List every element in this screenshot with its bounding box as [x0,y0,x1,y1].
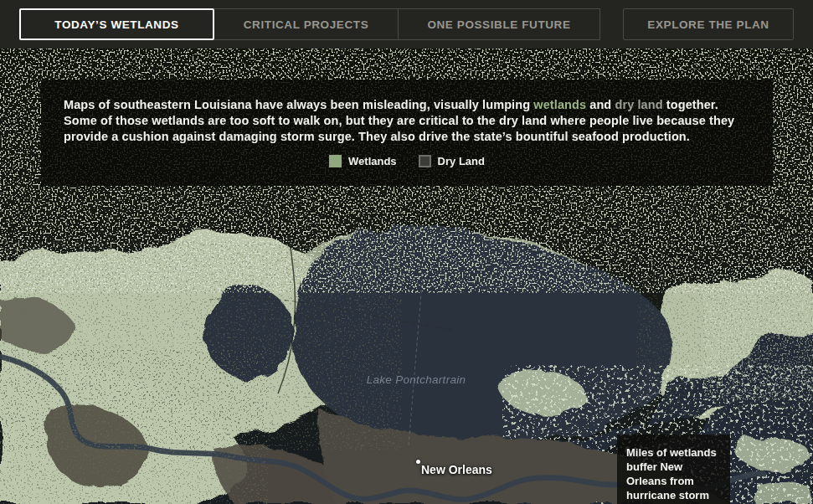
legend-item-dry-land: Dry Land [419,155,485,167]
tab-critical-projects[interactable]: CRITICAL PROJECTS [214,8,399,40]
city-dot-icon [416,460,420,464]
tab-todays-wetlands[interactable]: TODAY’S WETLANDS [19,8,214,40]
top-nav: TODAY’S WETLANDS CRITICAL PROJECTS ONE P… [0,0,813,49]
new-orleans-label: New Orleans [421,463,492,476]
map-canvas[interactable]: LOUISIANA Lake Pontchartrain New Orleans… [0,49,813,504]
dry-land-swatch-icon [419,155,431,167]
legend-label: Dry Land [438,155,485,167]
legend-label: Wetlands [348,155,397,167]
intro-paragraph: Maps of southeastern Louisiana have alwa… [64,97,750,146]
legend-item-wetlands: Wetlands [329,155,397,167]
tab-one-possible-future[interactable]: ONE POSSIBLE FUTURE [399,8,600,40]
wetlands-swatch-icon [329,155,342,167]
lake-pontchartrain-label: Lake Pontchartrain [367,373,466,386]
storm-surge-callout: Miles of wetlands buffer New Orleans fro… [617,435,730,504]
map-legend: Wetlands Dry Land [64,155,750,167]
explore-the-plan-button[interactable]: EXPLORE THE PLAN [623,8,794,40]
intro-panel: Maps of southeastern Louisiana have alwa… [41,80,773,186]
